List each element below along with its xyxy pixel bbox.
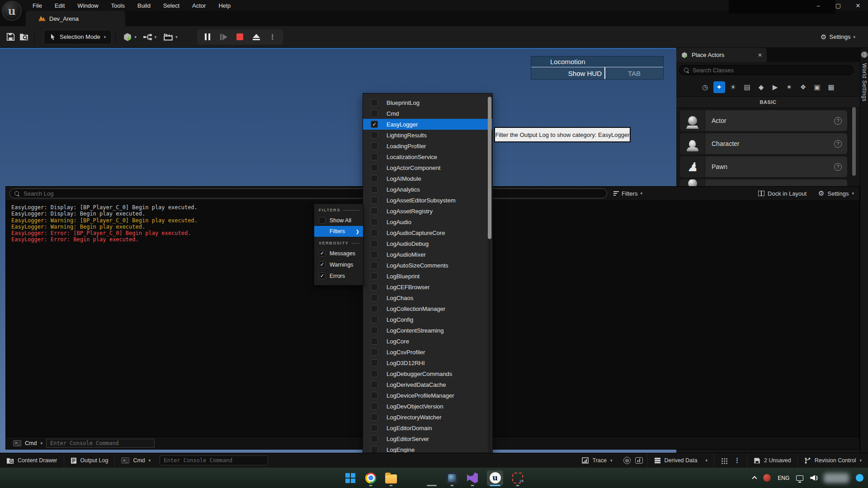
maximize-button[interactable]: ▢ <box>828 0 848 11</box>
lights-icon[interactable]: ☀ <box>727 81 739 93</box>
verbosity-item[interactable]: Warnings <box>314 259 363 270</box>
checkbox-icon[interactable] <box>371 316 378 323</box>
pause-icon[interactable] <box>202 31 213 43</box>
console-command-input[interactable]: Enter Console Command <box>46 439 155 448</box>
tray-expand-icon[interactable] <box>752 476 757 481</box>
checkbox-icon[interactable] <box>371 175 378 182</box>
checkbox-icon[interactable] <box>371 413 378 421</box>
log-category-item[interactable]: LogBlueprint <box>363 271 492 282</box>
checkbox-icon[interactable] <box>371 110 378 117</box>
log-settings-dropdown[interactable]: ⚙ Settings ▾ <box>818 189 854 197</box>
log-category-item[interactable]: LogD3D12RHI <box>363 357 492 368</box>
world-settings-sidebar-tab[interactable]: World Settings <box>860 48 868 453</box>
cmd-dropdown[interactable]: >_ Cmd ▾ <box>115 453 157 468</box>
revision-control-dropdown[interactable]: Revision Control ▾ <box>798 453 868 468</box>
speaker-icon[interactable]: )) <box>810 475 817 481</box>
recording-indicator-icon[interactable] <box>763 474 771 482</box>
log-category-item[interactable]: LoadingProfiler <box>363 141 492 151</box>
checkbox-icon[interactable] <box>319 217 326 224</box>
menu-item[interactable]: Actor <box>188 0 210 11</box>
menu-item[interactable]: Window <box>73 0 103 11</box>
log-category-item[interactable]: LogDirectoryWatcher <box>363 412 492 422</box>
clock-blurred[interactable] <box>824 473 849 483</box>
checkbox-icon[interactable] <box>371 392 378 399</box>
log-category-item[interactable]: Cmd <box>363 108 492 119</box>
log-category-item[interactable]: LogAIModule <box>363 173 492 184</box>
trace-snapshot-icon[interactable] <box>635 457 643 464</box>
log-category-item[interactable]: LogEditorServer <box>363 433 492 444</box>
checkbox-icon[interactable] <box>371 186 378 193</box>
frame-skip-icon[interactable] <box>218 31 230 43</box>
place-actors-tab[interactable]: Place Actors ✕ <box>676 48 767 62</box>
cinematic-icon[interactable]: ▤ <box>741 81 753 93</box>
trace-dropdown[interactable]: Trace ▾ <box>576 453 618 468</box>
trace-pause-icon[interactable] <box>623 457 631 464</box>
checkbox-icon[interactable] <box>371 435 378 442</box>
basic-icon[interactable]: ✦ <box>713 81 725 93</box>
checkbox-icon[interactable] <box>371 359 378 366</box>
recently-placed-icon[interactable]: ◷ <box>699 81 711 93</box>
more-options-icon[interactable]: ⋮ <box>267 31 278 43</box>
menu-item[interactable]: File <box>28 0 47 11</box>
close-button[interactable]: ✕ <box>848 0 868 11</box>
media-icon[interactable]: ▶ <box>769 81 781 93</box>
checkbox-icon[interactable] <box>319 261 326 268</box>
log-category-item[interactable]: LogAudioDebug <box>363 238 492 249</box>
log-category-item[interactable]: LogDebuggerCommands <box>363 368 492 379</box>
log-category-item[interactable]: LogAssetEditorSubsystem <box>363 195 492 206</box>
scrollbar-thumb[interactable] <box>852 107 856 176</box>
checkbox-icon[interactable] <box>371 338 378 345</box>
log-category-item[interactable]: LogActorComponent <box>363 162 492 173</box>
log-category-item[interactable]: LogDeviceProfileManager <box>363 390 492 401</box>
notification-icon[interactable] <box>856 474 863 482</box>
scrollbar-thumb[interactable] <box>488 97 491 239</box>
checkbox-icon[interactable] <box>371 240 378 247</box>
log-category-item[interactable]: LogEditorDomain <box>363 422 492 433</box>
log-category-item[interactable]: LogCore <box>363 336 492 347</box>
visual-effects-icon[interactable]: ✶ <box>783 81 795 93</box>
save-icon[interactable] <box>4 30 17 44</box>
checkbox-icon[interactable] <box>371 153 378 160</box>
unsaved-button[interactable]: 2 Unsaved <box>747 453 797 468</box>
checkbox-icon[interactable] <box>371 218 378 225</box>
close-icon[interactable]: ✕ <box>758 52 762 58</box>
log-category-item[interactable]: BlueprintLog <box>363 97 492 108</box>
filters-submenu-item[interactable]: Filters ❯ <box>314 226 363 237</box>
place-actor-item[interactable]: Pawn ? <box>680 156 847 177</box>
minimize-button[interactable]: – <box>808 0 828 11</box>
menu-item[interactable]: Help <box>214 0 235 11</box>
place-actor-item[interactable]: Actor ? <box>680 110 847 131</box>
log-category-item[interactable]: EasyLogger <box>363 119 492 130</box>
search-classes-input[interactable]: Search Classes <box>679 65 854 75</box>
all-classes-icon[interactable]: ▦ <box>826 81 837 93</box>
log-category-item[interactable]: LogChaos <box>363 292 492 303</box>
checkbox-icon[interactable] <box>371 262 378 269</box>
more-options-icon[interactable]: ⋮ <box>734 456 741 465</box>
menu-item[interactable]: Edit <box>50 0 69 11</box>
geometry-icon[interactable]: ❖ <box>797 81 809 93</box>
content-drawer-button[interactable]: Content Drawer <box>0 453 64 468</box>
menu-item[interactable]: Tools <box>107 0 129 11</box>
checkbox-icon[interactable] <box>371 283 378 291</box>
checkbox-icon[interactable] <box>371 131 378 139</box>
log-category-item[interactable]: LogAudioMixer <box>363 249 492 260</box>
level-tab[interactable]: Dev_Arena <box>26 11 125 26</box>
log-category-item[interactable]: LogContentStreaming <box>363 325 492 336</box>
log-category-item[interactable]: LogCsvProfiler <box>363 347 492 357</box>
shapes-icon[interactable]: ◆ <box>755 81 767 93</box>
cmd-dropdown[interactable]: Cmd <box>25 440 37 446</box>
checkbox-icon[interactable] <box>371 294 378 301</box>
log-category-item[interactable]: LogConfig <box>363 314 492 325</box>
verbosity-item[interactable]: Errors <box>314 270 363 282</box>
settings-dropdown[interactable]: Settings <box>829 33 850 40</box>
checkbox-icon[interactable] <box>371 305 378 312</box>
verbosity-item[interactable]: Messages <box>314 248 363 259</box>
log-category-item[interactable]: LogAutoSizeComments <box>363 260 492 271</box>
log-category-item[interactable]: LogCEFBrowser <box>363 282 492 292</box>
checkbox-icon[interactable] <box>371 446 378 453</box>
search-log-input[interactable]: Search Log <box>9 188 607 198</box>
menu-item[interactable]: Select <box>159 0 184 11</box>
dock-in-layout-button[interactable]: Dock in Layout <box>758 190 807 197</box>
browse-content-icon[interactable] <box>17 30 31 44</box>
menu-item[interactable]: Build <box>133 0 155 11</box>
